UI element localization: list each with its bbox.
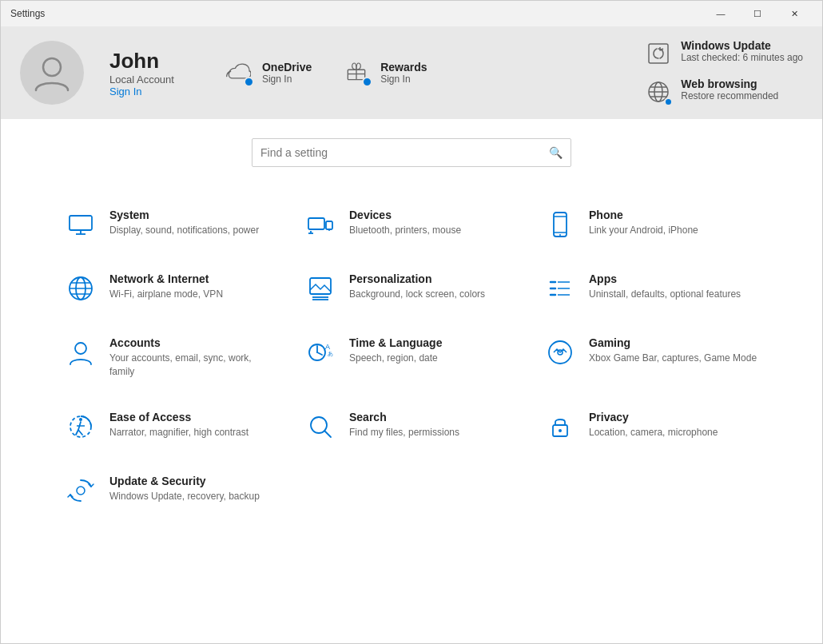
close-button[interactable]: ✕ xyxy=(776,1,813,26)
ease-of-access-title: Ease of Access xyxy=(109,411,248,423)
svg-point-31 xyxy=(75,343,86,354)
profile-subtitle: Local Account xyxy=(109,74,174,85)
update-security-icon xyxy=(65,475,97,507)
settings-item-devices[interactable]: Devices Bluetooth, printers, mouse xyxy=(292,193,531,256)
network-desc: Wi-Fi, airplane mode, VPN xyxy=(109,288,223,301)
accounts-icon xyxy=(65,336,97,368)
system-title: System xyxy=(109,209,259,221)
svg-line-46 xyxy=(324,431,331,437)
update-security-desc: Windows Update, recovery, backup xyxy=(109,490,260,503)
rewards-dot xyxy=(362,77,372,87)
settings-item-search[interactable]: Search Find my files, permissions xyxy=(292,395,531,459)
search-input[interactable] xyxy=(260,146,549,159)
user-icon xyxy=(32,53,72,93)
rewards-sub: Sign In xyxy=(380,74,427,85)
devices-desc: Bluetooth, printers, mouse xyxy=(349,224,461,237)
rewards-service[interactable]: Rewards Sign In xyxy=(344,58,427,87)
web-browsing-dot xyxy=(664,97,673,106)
devices-icon xyxy=(304,209,336,241)
profile-name: John xyxy=(109,49,174,74)
svg-rect-5 xyxy=(70,216,92,230)
minimize-button[interactable]: — xyxy=(702,1,739,26)
search-settings-title: Search xyxy=(349,411,459,423)
gaming-icon xyxy=(544,336,576,368)
time-language-icon: A あ xyxy=(304,336,336,368)
search-settings-icon xyxy=(304,411,336,443)
window-controls: — ☐ ✕ xyxy=(702,1,813,26)
privacy-desc: Location, camera, microphone xyxy=(589,426,718,439)
rewards-icon-wrap xyxy=(344,58,372,87)
apps-title: Apps xyxy=(589,272,741,285)
ease-of-access-desc: Narrator, magnifier, high contrast xyxy=(109,426,248,439)
phone-desc: Link your Android, iPhone xyxy=(589,224,698,237)
web-browsing-service[interactable]: Web browsing Restore recommended xyxy=(644,78,803,106)
svg-point-44 xyxy=(79,418,82,421)
header-services: OneDrive Sign In Rewards xyxy=(225,58,586,87)
onedrive-icon-wrap xyxy=(225,58,254,87)
network-icon xyxy=(65,272,97,304)
system-desc: Display, sound, notifications, power xyxy=(109,224,259,237)
svg-rect-9 xyxy=(326,221,332,229)
settings-item-ease-of-access[interactable]: Ease of Access Narrator, magnifier, high… xyxy=(52,395,292,459)
network-title: Network & Internet xyxy=(109,272,223,285)
svg-line-42 xyxy=(78,430,82,435)
ease-of-access-icon xyxy=(65,411,97,443)
windows-update-label: Windows Update xyxy=(681,39,803,52)
privacy-title: Privacy xyxy=(589,411,718,423)
phone-icon xyxy=(544,209,576,241)
profile-header: John Local Account Sign In OneDrive Sign… xyxy=(1,26,822,119)
settings-window: Settings — ☐ ✕ John Local Account Sign I… xyxy=(0,0,823,644)
search-icon: 🔍 xyxy=(549,146,563,159)
svg-point-0 xyxy=(43,58,61,76)
svg-rect-8 xyxy=(308,218,324,229)
main-content: 🔍 System Display, sound, notifications, … xyxy=(1,119,822,643)
profile-signin-link[interactable]: Sign In xyxy=(109,85,174,97)
settings-item-gaming[interactable]: Gaming Xbox Game Bar, captures, Game Mod… xyxy=(531,320,771,395)
windows-update-sub: Last checked: 6 minutes ago xyxy=(681,52,803,63)
settings-item-personalization[interactable]: Personalization Background, lock screen,… xyxy=(292,256,531,320)
header-right-services: Windows Update Last checked: 6 minutes a… xyxy=(644,39,803,106)
svg-point-12 xyxy=(328,229,330,231)
settings-item-system[interactable]: System Display, sound, notifications, po… xyxy=(52,193,292,256)
personalization-desc: Background, lock screen, colors xyxy=(349,288,485,301)
onedrive-service[interactable]: OneDrive Sign In xyxy=(225,58,312,87)
onedrive-sub: Sign In xyxy=(262,74,312,85)
accounts-title: Accounts xyxy=(109,336,279,349)
svg-point-48 xyxy=(559,429,562,432)
web-browsing-sub: Restore recommended xyxy=(681,90,778,101)
svg-text:A: A xyxy=(325,343,330,351)
onedrive-label: OneDrive xyxy=(262,61,312,74)
settings-item-update-security[interactable]: Update & Security Windows Update, recove… xyxy=(52,459,292,523)
gaming-desc: Xbox Game Bar, captures, Game Mode xyxy=(589,352,757,365)
system-icon xyxy=(65,209,97,241)
settings-item-phone[interactable]: Phone Link your Android, iPhone xyxy=(531,193,771,256)
settings-item-time-language[interactable]: A あ Time & Language Speech, region, date xyxy=(292,320,531,395)
settings-item-accounts[interactable]: Accounts Your accounts, email, sync, wor… xyxy=(52,320,292,395)
personalization-icon xyxy=(304,272,336,304)
privacy-icon xyxy=(544,411,576,443)
devices-title: Devices xyxy=(349,209,461,221)
svg-text:あ: あ xyxy=(328,351,333,357)
settings-item-privacy[interactable]: Privacy Location, camera, microphone xyxy=(531,395,771,459)
web-browsing-icon-wrap xyxy=(644,78,673,106)
svg-point-49 xyxy=(77,487,85,495)
profile-info: John Local Account Sign In xyxy=(109,49,174,97)
svg-rect-22 xyxy=(310,278,331,294)
settings-item-apps[interactable]: Apps Uninstall, defaults, optional featu… xyxy=(531,256,771,320)
windows-update-service[interactable]: Windows Update Last checked: 6 minutes a… xyxy=(644,39,803,68)
time-language-title: Time & Language xyxy=(349,336,442,349)
svg-line-41 xyxy=(76,430,78,435)
svg-line-34 xyxy=(317,352,322,355)
apps-desc: Uninstall, defaults, optional features xyxy=(589,288,741,301)
search-settings-desc: Find my files, permissions xyxy=(349,426,459,439)
phone-title: Phone xyxy=(589,209,698,221)
settings-item-network[interactable]: Network & Internet Wi-Fi, airplane mode,… xyxy=(52,256,292,320)
windows-update-icon xyxy=(646,41,671,66)
personalization-title: Personalization xyxy=(349,272,485,285)
apps-icon xyxy=(544,272,576,304)
maximize-button[interactable]: ☐ xyxy=(739,1,776,26)
svg-rect-2 xyxy=(649,44,668,63)
accounts-desc: Your accounts, email, sync, work, family xyxy=(109,352,279,379)
update-security-title: Update & Security xyxy=(109,475,260,487)
rewards-label: Rewards xyxy=(380,61,427,74)
